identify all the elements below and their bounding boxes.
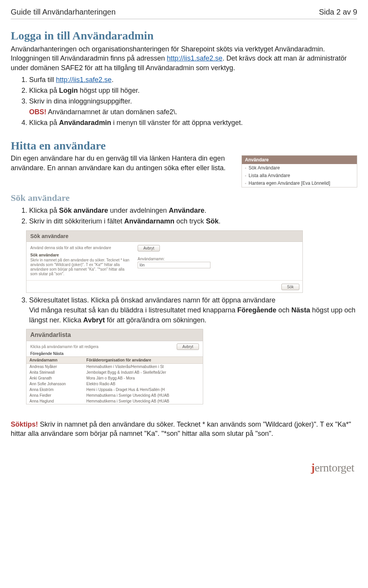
userlist-hint: Klicka på användarnamn för att redigera: [30, 345, 99, 349]
search-hint-1: Använd denna sida för att söka efter anv…: [30, 246, 130, 250]
header-title: Guide till Användarhanteringen: [11, 8, 116, 16]
cancel-button[interactable]: Avbryt: [138, 245, 160, 251]
userlist-panel: Användarlista Klicka på användarnamn för…: [26, 329, 203, 404]
table-row[interactable]: Anna EkströmHemi i Uppsala - Draget Hus …: [26, 387, 203, 393]
login-intro: Användarhanteringen och organisationshan…: [11, 44, 357, 72]
userlist-col-org: Förälderorganisation för användare: [83, 356, 203, 363]
step1-url-link[interactable]: http://iis1.safe2.se: [56, 76, 112, 84]
login-step-4: Klicka på Användaradmin i menyn till vän…: [29, 118, 357, 128]
userlist-table: Användarnamn Förälderorganisation för an…: [26, 356, 203, 404]
userlist-title: Användarlista: [30, 332, 71, 338]
sidepanel-item-search[interactable]: Sök Användare: [242, 164, 357, 172]
login-step-3: Skriv in dina inloggningsuppgifter. OBS!…: [29, 96, 357, 117]
table-row[interactable]: Andreas NyåkerHemmabutiken i Västerås/He…: [26, 363, 203, 370]
search-sub: Sök användare: [30, 253, 130, 257]
sidepanel-title: Användare: [242, 156, 357, 164]
username-label: Användarnamn:: [138, 257, 299, 261]
heading-login: Logga in till Användaradmin: [11, 29, 357, 42]
table-row[interactable]: Anita SteinwallJernbolaget Bygg & Indust…: [26, 370, 203, 375]
login-step-1: Surfa till http://iis1.safe2.se.: [29, 75, 357, 85]
username-input[interactable]: [138, 262, 210, 268]
page-header: Guide till Användarhanteringen Sida 2 av…: [11, 8, 357, 19]
sidepanel-item-list[interactable]: Lista alla Användare: [242, 172, 357, 179]
logo-rest: erntorget: [315, 461, 354, 474]
sidepanel-item-own[interactable]: Hantera egen Användare [Eva Lönnelid]: [242, 179, 357, 187]
table-row[interactable]: Ann Sofie JohanssonElektro Radio AB: [26, 381, 203, 387]
search-panel-title: Sök användare: [26, 231, 302, 242]
userlist-col-name: Användarnamn: [26, 356, 83, 363]
login-step-2: Klicka på Login högst upp till höger.: [29, 85, 357, 95]
search-step-3: Sökresultatet listas. Klicka på önskad a…: [29, 295, 357, 325]
search-button[interactable]: Sök: [281, 284, 299, 290]
heading-search-user: Sök användare: [11, 193, 357, 203]
search-panel: Sök användare Använd denna sida för att …: [26, 230, 303, 293]
search-steps-cont: Sökresultatet listas. Klicka på önskad a…: [11, 295, 357, 325]
search-step-2: Skriv in ditt sökkriterium i fältet Anvä…: [29, 216, 357, 226]
table-row[interactable]: Anna FiedlerHemmabutikerna i Sverige Utv…: [26, 393, 203, 398]
userlist-nav[interactable]: Föregående Nästa: [26, 351, 203, 356]
search-hint-2: Skriv in namnet på den användare du söke…: [30, 258, 130, 276]
table-row[interactable]: Anna HaglundHemmabutikerna i Sverige Utv…: [26, 398, 203, 404]
soktips-label: Söktips!: [11, 420, 38, 428]
search-step-1: Klicka på Sök användare under avdelninge…: [29, 205, 357, 215]
footer-logo: jerntorget: [11, 461, 357, 474]
heading-find-user: Hitta en användare: [11, 139, 357, 152]
find-user-intro: Din egen användare har du en genväg till…: [11, 154, 232, 172]
obs-label: OBS!: [29, 108, 46, 116]
logo-j: j: [311, 461, 315, 474]
search-tip: Söktips! Skriv in namnet på den användar…: [11, 420, 357, 439]
search-steps: Klicka på Sök användare under avdelninge…: [11, 205, 357, 226]
userlist-cancel-button[interactable]: Avbryt: [177, 343, 199, 350]
sidepanel-users: Användare Sök Användare Lista alla Använ…: [242, 155, 357, 187]
header-page: Sida 2 av 9: [319, 8, 357, 16]
login-steps: Surfa till http://iis1.safe2.se. Klicka …: [11, 75, 357, 128]
table-row[interactable]: Anki GranathMora Järn o Bygg AB - Mora: [26, 375, 203, 381]
login-url-link[interactable]: http://iis1.safe2.se: [167, 54, 222, 62]
